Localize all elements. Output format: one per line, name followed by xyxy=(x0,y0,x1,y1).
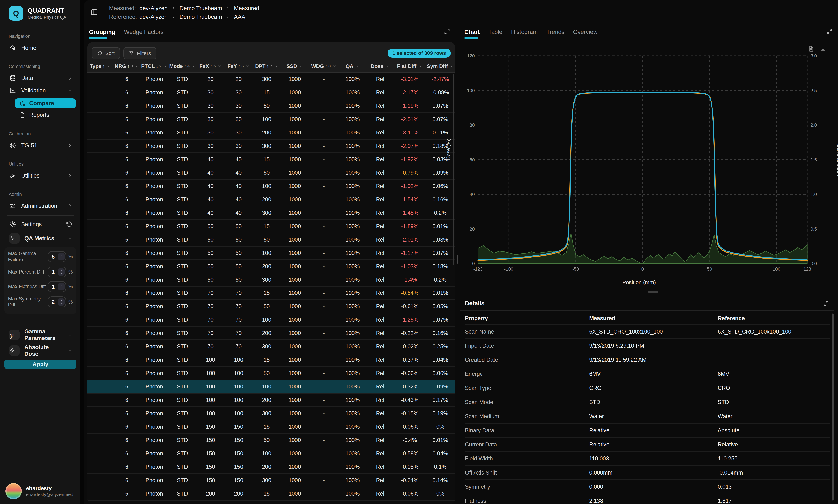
table-row[interactable]: 6PhotonSTD200200151000-100%Rel-0.06%0% xyxy=(87,487,455,501)
column-header-mode[interactable]: Mode ↑ 4 xyxy=(168,62,196,71)
table-row[interactable]: 6PhotonSTD7070501000-100%Rel-0.61%0.05% xyxy=(87,300,455,313)
table-row[interactable]: 6PhotonSTD4040151000-100%Rel-1.92%0.03% xyxy=(87,153,455,166)
table-row[interactable]: 6PhotonSTD40401001000-100%Rel-1.02%0.06% xyxy=(87,180,455,193)
details-scrollbar[interactable] xyxy=(832,313,834,501)
table-row[interactable]: 6PhotonSTD20203001000-100%Rel-3.01%-2.47… xyxy=(87,73,455,86)
table-row[interactable]: 6PhotonSTD150150151000-100%Rel-0.06%0% xyxy=(87,420,455,434)
stepper-buttons[interactable] xyxy=(58,299,65,306)
stepper-down-icon[interactable] xyxy=(59,302,64,305)
expand-details-icon[interactable] xyxy=(823,301,829,306)
metric-value[interactable]: 1 xyxy=(48,284,58,290)
table-row[interactable]: 6PhotonSTD50502001000-100%Rel-1.03%0.18% xyxy=(87,260,455,273)
table-row[interactable]: 6PhotonSTD70702001000-100%Rel-0.22%0.16% xyxy=(87,327,455,340)
breadcrumb-part[interactable]: Demo Truebeam xyxy=(180,14,222,20)
column-header-fsy[interactable]: FsY ↑ 6 xyxy=(225,62,253,71)
sidebar-group-absolute-dose[interactable]: Absolute Dose xyxy=(0,344,80,357)
panel-resize-handle[interactable] xyxy=(457,255,459,264)
sidebar-item-settings[interactable]: Settings xyxy=(0,221,80,228)
sidebar-item-utilities[interactable]: Utilities xyxy=(0,169,80,182)
table-row[interactable]: 6PhotonSTD100100151000-100%Rel-0.37%0.04… xyxy=(87,354,455,367)
column-header-nrg[interactable]: NRG ↑ 3 xyxy=(113,62,140,71)
metric-value[interactable]: 5 xyxy=(48,254,58,260)
column-header-ptcl[interactable]: PTCL ↓ 2 xyxy=(140,62,168,71)
table-row[interactable]: 6PhotonSTD100100501000-100%Rel-0.66%0.06… xyxy=(87,367,455,380)
table-row[interactable]: 6PhotonSTD70701001000-100%Rel-1.25%0.07% xyxy=(87,313,455,327)
table-row[interactable]: 6PhotonSTD1001001001000-100%Rel-0.32%0.0… xyxy=(87,380,455,394)
sidebar-group-gamma-parameters[interactable]: γ Gamma Parameters xyxy=(0,328,80,341)
column-header-wdg[interactable]: WDG ↑ 8 xyxy=(309,62,339,71)
sidebar-group-qa-metrics[interactable]: QA Metrics xyxy=(0,233,80,244)
stepper-buttons[interactable] xyxy=(58,253,65,260)
sidebar-item-tg-51[interactable]: TG-51 xyxy=(0,139,80,152)
stepper-down-icon[interactable] xyxy=(59,272,64,275)
tab-right-chart[interactable]: Chart xyxy=(464,29,480,39)
table-row[interactable]: 6PhotonSTD40402001000-100%Rel-1.54%0.16% xyxy=(87,193,455,206)
sidebar-item-administration[interactable]: Administration xyxy=(0,200,80,212)
metric-value[interactable]: 1 xyxy=(48,269,58,275)
column-header-dpt[interactable]: DPT ↑ 7 xyxy=(253,62,281,71)
metric-stepper-max-percent-diff[interactable]: 1 xyxy=(48,267,66,277)
stepper-buttons[interactable] xyxy=(58,268,65,275)
stepper-buttons[interactable] xyxy=(58,283,65,290)
table-row[interactable]: 6PhotonSTD1001003001000-100%Rel-0.15%0.1… xyxy=(87,407,455,420)
table-row[interactable]: 6PhotonSTD4040501000-100%Rel-0.79%0.09% xyxy=(87,166,455,180)
stepper-up-icon[interactable] xyxy=(59,254,64,257)
table-row[interactable]: 6PhotonSTD40403001000-100%Rel-1.45%0.2% xyxy=(87,206,455,220)
table-scrollbar[interactable] xyxy=(453,74,454,265)
tab-right-trends[interactable]: Trends xyxy=(547,29,565,39)
table-row[interactable]: 6PhotonSTD30301001000-100%Rel-2.51%0.07% xyxy=(87,113,455,126)
tab-right-histogram[interactable]: Histogram xyxy=(511,29,538,39)
metric-stepper-max-flatness-diff[interactable]: 1 xyxy=(48,281,66,292)
reset-icon[interactable] xyxy=(66,221,73,228)
tab-left-grouping[interactable]: Grouping xyxy=(89,29,115,39)
column-header-dose[interactable]: Dose xyxy=(366,62,394,71)
filters-button[interactable]: Filters xyxy=(123,47,156,59)
metric-value[interactable]: 2 xyxy=(48,299,58,305)
table-row[interactable]: 6PhotonSTD30302001000-100%Rel-3.11%0.11% xyxy=(87,126,455,140)
breadcrumb-part[interactable]: Demo Truebeam xyxy=(180,5,222,12)
breadcrumb-part[interactable]: Measured xyxy=(234,5,259,12)
table-row[interactable]: 6PhotonSTD1501502001000-100%Rel-0.08%0.1… xyxy=(87,461,455,474)
table-row[interactable]: 6PhotonSTD3030151000-100%Rel-2.17%-0.08% xyxy=(87,86,455,100)
table-row[interactable]: 6PhotonSTD7070151000-100%Rel-0.84%0.01% xyxy=(87,287,455,300)
stepper-up-icon[interactable] xyxy=(59,269,64,272)
column-header-fsx[interactable]: FsX ↑ 5 xyxy=(196,62,225,71)
sidebar-item-home[interactable]: Home xyxy=(0,41,80,54)
table-row[interactable]: 6PhotonSTD200200501000-100%Rel0.04%0.02% xyxy=(87,501,455,504)
table-row[interactable]: 6PhotonSTD1501503001000-100%Rel-0.24%0.1… xyxy=(87,474,455,487)
metric-stepper-max-gamma-failure[interactable]: 5 xyxy=(48,251,66,262)
table-row[interactable]: 6PhotonSTD30303001000-100%Rel-2.07%0.18% xyxy=(87,140,455,153)
column-header-ssd[interactable]: SSD xyxy=(281,62,309,71)
metric-stepper-max-symmetry-diff[interactable]: 2 xyxy=(48,296,66,307)
sidebar-item-data[interactable]: Data xyxy=(0,72,80,84)
table-row[interactable]: 6PhotonSTD5050151000-100%Rel-1.89%0.01% xyxy=(87,220,455,233)
sort-button[interactable]: Sort xyxy=(92,47,120,59)
stepper-up-icon[interactable] xyxy=(59,299,64,302)
breadcrumb-part[interactable]: AAA xyxy=(234,14,245,20)
sidebar-item-validation[interactable]: Validation xyxy=(0,84,80,97)
chart-details-resize-handle[interactable] xyxy=(648,291,658,293)
sidebar-toggle-icon[interactable] xyxy=(90,8,98,16)
sidebar-item-compare[interactable]: Compare xyxy=(15,98,76,108)
column-header-flat-diff[interactable]: Flat Diff xyxy=(394,62,426,71)
column-header-qa[interactable]: QA xyxy=(339,62,366,71)
sidebar-item-reports[interactable]: Reports xyxy=(15,110,76,120)
table-row[interactable]: 6PhotonSTD50503001000-100%Rel-1.4%0.2% xyxy=(87,273,455,287)
breadcrumb-part[interactable]: dev-Alyzen xyxy=(139,14,168,20)
stepper-up-icon[interactable] xyxy=(59,284,64,287)
table-row[interactable]: 6PhotonSTD70703001000-100%Rel-0.02%0.25% xyxy=(87,340,455,354)
tab-right-table[interactable]: Table xyxy=(488,29,502,39)
breadcrumb-part[interactable]: dev-Alyzen xyxy=(139,5,168,12)
table-row[interactable]: 6PhotonSTD50501001000-100%Rel-1.17%0.07% xyxy=(87,247,455,260)
profile-chart[interactable]: 020406080100120-123-100-500501001230.00.… xyxy=(460,43,834,289)
column-header-sym-diff[interactable]: Sym Diff xyxy=(426,62,455,71)
stepper-down-icon[interactable] xyxy=(59,287,64,289)
table-row[interactable]: 6PhotonSTD1501501001000-100%Rel-0.58%0.0… xyxy=(87,447,455,461)
tab-right-overview[interactable]: Overview xyxy=(573,29,598,39)
table-row[interactable]: 6PhotonSTD5050501000-100%Rel-2.01%0.03% xyxy=(87,233,455,247)
tab-left-wedge-factors[interactable]: Wedge Factors xyxy=(124,29,164,39)
table-row[interactable]: 6PhotonSTD150150501000-100%Rel-0.4%0.01% xyxy=(87,434,455,447)
stepper-down-icon[interactable] xyxy=(59,257,64,259)
user-box[interactable]: ehardesty ehardesty@alyzenmed.... xyxy=(0,478,80,504)
expand-left-panel-icon[interactable] xyxy=(444,28,450,35)
